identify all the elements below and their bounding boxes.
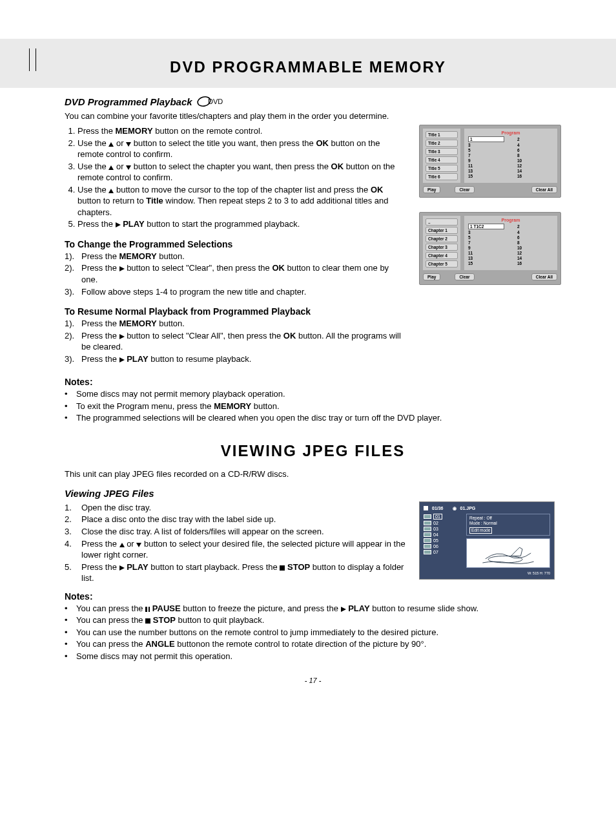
osd-chapter-item: Chapter 5: [426, 260, 458, 268]
osd-slot: 14: [517, 169, 553, 173]
intro-text-1: You can combine your favorite titles/cha…: [65, 111, 561, 121]
osd-chapter-item: Chapter 1: [426, 227, 458, 234]
osd-slot: 6: [517, 148, 553, 152]
osd-slot: 9: [468, 246, 504, 250]
osd-slot: 2: [517, 136, 553, 142]
dvd-badge-icon: DVD: [196, 96, 223, 107]
step: 1).Press the MEMORY button.: [65, 318, 406, 330]
play-icon: [341, 607, 346, 612]
step: Use the or button to select the chapter …: [77, 161, 406, 184]
jpeg-file-item: 07: [424, 550, 462, 554]
osd-slot: 15: [468, 261, 504, 266]
osd-title-item: Title 4: [426, 156, 458, 163]
jpeg-file-item: 04: [424, 532, 462, 537]
step: 1).Press the MEMORY button.: [65, 251, 406, 262]
resume-steps: 1).Press the MEMORY button. 2).Press the…: [65, 318, 406, 364]
file-icon: [424, 527, 431, 531]
section-header-2: VIEWING JPEG FILES: [65, 442, 561, 460]
jpeg-file-item: 05: [424, 538, 462, 543]
osd-clearall-button: Clear All: [531, 186, 557, 193]
osd-slot: 8: [517, 240, 553, 245]
jpeg-preview: [466, 538, 550, 568]
jpeg-steps: 1.Open the disc tray. 2.Place a disc ont…: [65, 502, 406, 584]
osd-play-button: Play: [423, 186, 440, 193]
step: Press the PLAY button to start the progr…: [77, 218, 406, 230]
change-steps: 1).Press the MEMORY button. 2).Press the…: [65, 251, 406, 297]
note: Some discs may not permit memory playbac…: [65, 388, 561, 400]
note: Some discs may not permit this operation…: [65, 651, 561, 662]
osd-slot: 4: [517, 230, 553, 235]
osd-chapter-item: Chapter 2: [426, 235, 458, 242]
osd-slot: 3: [468, 230, 504, 235]
step: 3).Press the PLAY button to resume playb…: [65, 353, 406, 365]
note: You can press the PAUSE button to freeze…: [65, 603, 561, 614]
subsection-title-1: DVD Programmed Playback DVD: [65, 96, 223, 107]
osd-slot: 12: [517, 251, 553, 255]
osd-slot: 7: [468, 153, 504, 158]
notes-heading-1: Notes:: [65, 377, 561, 387]
osd-slot: 2: [517, 224, 553, 229]
osd-slot: 11: [468, 251, 504, 255]
osd-slot: 1: [468, 136, 504, 142]
play-icon: [119, 357, 125, 362]
file-icon: [424, 544, 431, 549]
step: Use the or button to select the title yo…: [77, 138, 406, 160]
step: Press the MEMORY button on the remote co…: [77, 125, 406, 137]
file-icon: [424, 532, 431, 537]
sub-heading-change: To Change the Programmed Selections: [65, 239, 406, 249]
osd-slot-selected: 1 T1C2: [468, 224, 504, 229]
jpeg-info-panel: Repeat : Off Mode : Normal Edit mode: [466, 514, 550, 536]
jpeg-file-item: 01: [424, 514, 462, 520]
step: 4.Press the or button to select your des…: [65, 538, 406, 561]
jpeg-file-item: 03: [424, 527, 462, 531]
osd-slot: 16: [517, 174, 553, 178]
osd-slot: 15: [468, 174, 504, 178]
play-icon: [119, 565, 125, 571]
osd-title-item: Title 1: [426, 131, 458, 138]
page-number: - 17 -: [65, 677, 561, 684]
step: 2.Place a disc onto the disc tray with t…: [65, 514, 406, 525]
pause-icon: [145, 607, 150, 612]
osd-slot: 13: [468, 169, 504, 173]
osd-slot: 8: [517, 153, 553, 158]
osd-chapter-item: Chapter 4: [426, 252, 458, 259]
up-icon: [119, 543, 125, 547]
jpeg-file-item: 02: [424, 521, 462, 525]
osd-slot: 9: [468, 158, 504, 163]
step: 3.Close the disc tray. A list of folders…: [65, 526, 406, 538]
osd-title-item: Title 5: [426, 165, 458, 172]
steps-list-1: Press the MEMORY button on the remote co…: [65, 125, 406, 230]
note: The programmed selections will be cleare…: [65, 412, 561, 424]
file-icon: [424, 538, 431, 543]
note: To exit the Program menu, press the MEMO…: [65, 401, 561, 412]
step: 3).Follow above steps 1-4 to program the…: [65, 286, 406, 298]
osd-slot: 13: [468, 256, 504, 260]
osd-slot: 7: [468, 240, 504, 245]
step: 2).Press the button to select "Clear All…: [65, 330, 406, 353]
stop-icon: [424, 506, 428, 510]
subsection-title-2: Viewing JPEG Files: [65, 488, 154, 499]
file-icon: [424, 550, 431, 554]
osd-slot: 3: [468, 143, 504, 147]
osd-play-button: Play: [423, 273, 440, 280]
step: Use the button to move the cursor to the…: [77, 184, 406, 218]
osd-chapter-item: Chapter 3: [426, 244, 458, 251]
osd-slot: 12: [517, 163, 553, 168]
note: You can press the STOP button to quit pl…: [65, 614, 561, 626]
note: You can use the number buttons on the re…: [65, 627, 561, 638]
file-icon: [424, 514, 431, 519]
osd-program-titles: Title 1Title 2Title 3Title 4Title 5Title…: [419, 125, 561, 198]
play-icon: [116, 222, 121, 227]
osd-title-item: Title 2: [426, 140, 458, 147]
osd-slot: 16: [517, 261, 553, 266]
osd-slot: 11: [468, 163, 504, 168]
page-title-2: VIEWING JPEG FILES: [65, 442, 561, 460]
play-icon: [119, 266, 125, 271]
osd-slot: 10: [517, 246, 553, 250]
osd-title-item: Title 6: [426, 173, 458, 180]
section-header-1: DVD PROGRAMMABLE MEMORY: [0, 39, 616, 88]
osd-slot: 5: [468, 148, 504, 152]
jpeg-file-item: 06: [424, 544, 462, 549]
osd-slot: 6: [517, 235, 553, 240]
step: 1.Open the disc tray.: [65, 502, 406, 514]
